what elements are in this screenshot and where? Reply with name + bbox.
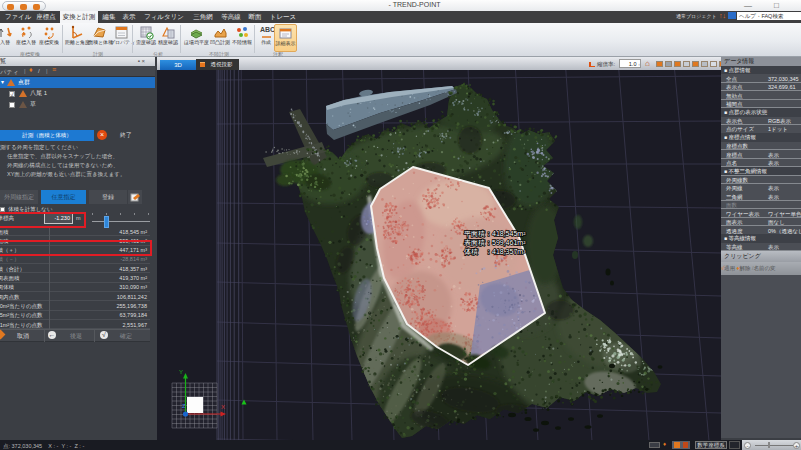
svg-text:ABC: ABC	[260, 26, 274, 33]
svg-text:平面積：418,545m²: 平面積：418,545m²	[464, 230, 526, 238]
svg-text:Z: Z	[182, 403, 186, 409]
svg-text:Y: Y	[179, 369, 183, 375]
svg-text:表面積：599,461m²: 表面積：599,461m²	[464, 239, 526, 247]
svg-text:体積 ：418,357m³: 体積 ：418,357m³	[464, 248, 526, 256]
svg-text:X: X	[221, 404, 225, 410]
